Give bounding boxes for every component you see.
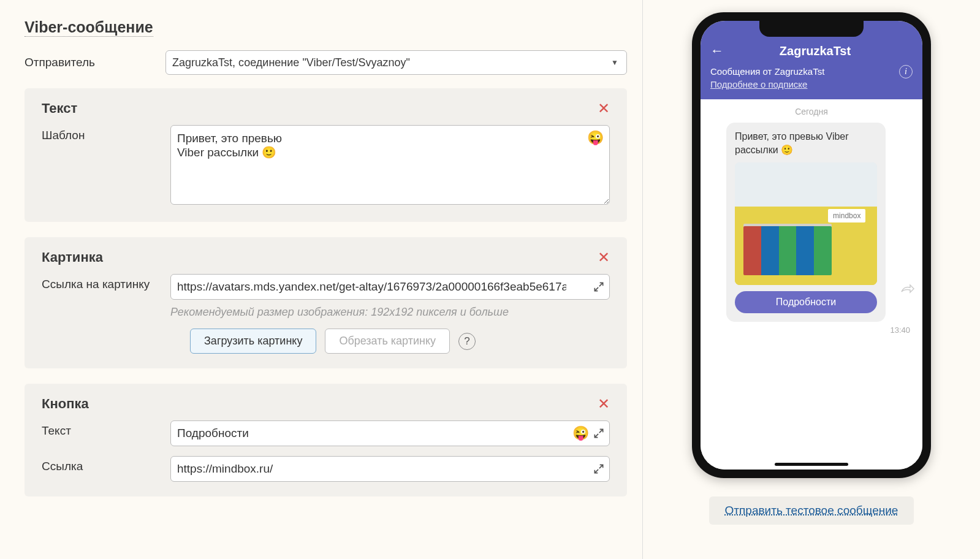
button-text-label: Текст: [42, 420, 158, 438]
page-title: Viber-сообщение: [25, 18, 153, 37]
phone-frame: ← ZagruzkaTst Сообщения от ZagruzkaTst П…: [692, 12, 931, 478]
expand-icon[interactable]: [593, 427, 605, 439]
back-arrow-icon[interactable]: ←: [710, 43, 724, 59]
share-icon[interactable]: [900, 283, 915, 297]
expand-icon[interactable]: [593, 463, 605, 475]
crop-image-button: Обрезать картинку: [325, 329, 450, 354]
message-button[interactable]: Подробности: [735, 291, 877, 313]
sender-select[interactable]: ZagruzkaTst, соединение "Viber/Test/Svya…: [165, 50, 627, 75]
subscription-link[interactable]: Подробнее о подписке: [710, 79, 807, 89]
sender-row: Отправитель ZagruzkaTst, соединение "Vib…: [25, 50, 627, 75]
button-panel-title: Кнопка: [42, 396, 89, 412]
chat-title: ZagruzkaTst: [731, 44, 899, 58]
phone-screen: ← ZagruzkaTst Сообщения от ZagruzkaTst П…: [701, 21, 922, 470]
send-test-button[interactable]: Отправить тестовое сообщение: [709, 496, 914, 525]
image-url-input[interactable]: [170, 274, 610, 300]
text-panel: Текст ✕ Шаблон 😜: [25, 88, 627, 222]
date-separator: Сегодня: [709, 107, 914, 116]
chat-subtitle: Сообщения от ZagruzkaTst: [710, 65, 824, 78]
expand-icon[interactable]: [593, 281, 605, 293]
chat-body: Сегодня Привет, это превью Viber рассылк…: [701, 99, 922, 470]
message-time: 13:40: [890, 325, 910, 335]
image-size-hint: Рекомендуемый размер изображения: 192x19…: [170, 306, 610, 319]
editor-pane: Viber-сообщение Отправитель ZagruzkaTst,…: [0, 0, 643, 559]
message-bubble: Привет, это превью Viber рассылки 🙂 mind…: [726, 123, 886, 322]
help-icon[interactable]: ?: [458, 333, 476, 350]
image-url-label: Ссылка на картинку: [42, 274, 158, 291]
button-text-input[interactable]: [170, 420, 610, 446]
button-link-input[interactable]: [170, 456, 610, 482]
sender-select-wrap: ZagruzkaTst, соединение "Viber/Test/Svya…: [165, 50, 627, 75]
message-image: mindbox: [735, 162, 877, 285]
close-icon[interactable]: ✕: [598, 101, 610, 116]
info-icon[interactable]: i: [899, 65, 913, 78]
button-panel: Кнопка ✕ Текст 😜 Ссылка: [25, 384, 627, 496]
template-label: Шаблон: [42, 125, 158, 142]
template-textarea[interactable]: [170, 125, 610, 205]
preview-pane: ← ZagruzkaTst Сообщения от ZagruzkaTst П…: [643, 0, 980, 559]
button-link-label: Ссылка: [42, 456, 158, 473]
phone-notch: [759, 21, 864, 37]
home-indicator: [775, 463, 848, 466]
close-icon[interactable]: ✕: [598, 250, 610, 265]
image-panel: Картинка ✕ Ссылка на картинку Рекомендуе…: [25, 237, 627, 368]
emoji-picker-icon[interactable]: 😜: [572, 425, 589, 441]
image-logo-text: mindbox: [828, 209, 865, 222]
text-panel-title: Текст: [42, 101, 77, 116]
emoji-picker-icon[interactable]: 😜: [587, 130, 604, 146]
close-icon[interactable]: ✕: [598, 397, 610, 411]
upload-image-button[interactable]: Загрузить картинку: [190, 329, 316, 354]
message-text: Привет, это превью Viber рассылки 🙂: [735, 130, 877, 156]
sender-label: Отправитель: [25, 56, 153, 69]
image-panel-title: Картинка: [42, 249, 103, 265]
